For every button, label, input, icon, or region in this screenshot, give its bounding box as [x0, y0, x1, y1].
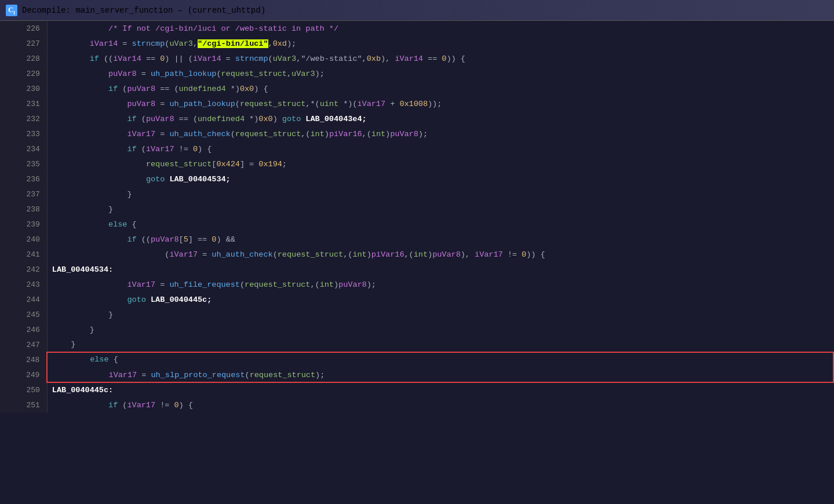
line-number: 240: [0, 232, 47, 247]
line-number: 227: [0, 36, 47, 51]
code-line: (iVar17 = uh_auth_check(request_struct,(…: [47, 247, 833, 262]
line-number: 244: [0, 292, 47, 307]
table-row: 233 iVar17 = uh_auth_check(request_struc…: [0, 126, 833, 141]
line-number: 239: [0, 217, 47, 232]
code-line: }: [47, 337, 833, 352]
line-number: 236: [0, 171, 47, 187]
table-row: 227 iVar14 = strncmp(uVar3,"/cgi-bin/luc…: [0, 36, 833, 51]
line-number: 231: [0, 96, 47, 111]
title-bar-text: Decompile: main_server_function – (curre…: [22, 6, 265, 15]
line-number: 229: [0, 66, 47, 81]
table-row: 232 if (puVar8 == (undefined4 *)0x0) got…: [0, 111, 833, 126]
line-number: 238: [0, 202, 47, 217]
line-number: 248: [0, 352, 47, 367]
title-bar: Cf Decompile: main_server_function – (cu…: [0, 0, 834, 21]
table-row: 241 (iVar17 = uh_auth_check(request_stru…: [0, 247, 833, 262]
code-line: if ((iVar14 == 0) || (iVar14 = strncmp(u…: [47, 51, 833, 66]
table-row: 230 if (puVar8 == (undefined4 *)0x0) {: [0, 81, 833, 96]
line-number: 245: [0, 307, 47, 322]
line-number: 235: [0, 156, 47, 171]
code-table: 226 /* If not /cgi-bin/luci or /web-stat…: [0, 21, 834, 412]
code-line: if (iVar17 != 0) {: [47, 397, 833, 412]
code-line: /* If not /cgi-bin/luci or /web-static i…: [47, 21, 833, 36]
code-line: else {: [47, 217, 833, 232]
line-number: 234: [0, 141, 47, 156]
line-number: 249: [0, 367, 47, 382]
app-window: Cf Decompile: main_server_function – (cu…: [0, 0, 834, 504]
code-line: puVar8 = uh_path_lookup(request_struct,u…: [47, 66, 833, 81]
icon-label: Cf: [8, 5, 15, 16]
line-number: 242: [0, 262, 47, 277]
line-number: 250: [0, 382, 47, 397]
table-row: 244 goto LAB_0040445c;: [0, 292, 833, 307]
table-row: 228 if ((iVar14 == 0) || (iVar14 = strnc…: [0, 51, 833, 66]
line-number: 251: [0, 397, 47, 412]
line-number: 228: [0, 51, 47, 66]
table-row: 247 }: [0, 337, 833, 352]
table-row: 238 }: [0, 202, 833, 217]
line-number: 243: [0, 277, 47, 292]
code-line: iVar14 = strncmp(uVar3,"/cgi-bin/luci",0…: [47, 36, 833, 51]
table-row: 239 else {: [0, 217, 833, 232]
code-line: LAB_0040445c:: [47, 382, 833, 397]
line-number: 246: [0, 322, 47, 337]
code-area[interactable]: 226 /* If not /cgi-bin/luci or /web-stat…: [0, 21, 834, 504]
line-number: 247: [0, 337, 47, 352]
table-row: 242LAB_00404534:: [0, 262, 833, 277]
table-row: 229 puVar8 = uh_path_lookup(request_stru…: [0, 66, 833, 81]
line-number: 232: [0, 111, 47, 126]
code-line: request_struct[0x424] = 0x194;: [47, 156, 833, 171]
line-number: 241: [0, 247, 47, 262]
line-number: 237: [0, 187, 47, 202]
code-line: else {: [47, 352, 833, 367]
table-row: 234 if (iVar17 != 0) {: [0, 141, 833, 156]
code-line: }: [47, 202, 833, 217]
table-row: 249 iVar17 = uh_slp_proto_request(reques…: [0, 367, 833, 382]
table-row: 240 if ((puVar8[5] == 0) &&: [0, 232, 833, 247]
line-number: 226: [0, 21, 47, 36]
line-number: 233: [0, 126, 47, 141]
code-line: }: [47, 187, 833, 202]
code-line: iVar17 = uh_auth_check(request_struct,(i…: [47, 126, 833, 141]
code-line: if ((puVar8[5] == 0) &&: [47, 232, 833, 247]
app-icon: Cf: [6, 5, 17, 16]
table-row: 243 iVar17 = uh_file_request(request_str…: [0, 277, 833, 292]
code-line: if (puVar8 == (undefined4 *)0x0) goto LA…: [47, 111, 833, 126]
code-line: LAB_00404534:: [47, 262, 833, 277]
code-line: iVar17 = uh_slp_proto_request(request_st…: [47, 367, 833, 382]
code-line: if (puVar8 == (undefined4 *)0x0) {: [47, 81, 833, 96]
line-number: 230: [0, 81, 47, 96]
code-line: goto LAB_0040445c;: [47, 292, 833, 307]
code-line: iVar17 = uh_file_request(request_struct,…: [47, 277, 833, 292]
table-row: 236 goto LAB_00404534;: [0, 171, 833, 187]
table-row: 226 /* If not /cgi-bin/luci or /web-stat…: [0, 21, 833, 36]
code-line: puVar8 = uh_path_lookup(request_struct,*…: [47, 96, 833, 111]
table-row: 245 }: [0, 307, 833, 322]
table-row: 235 request_struct[0x424] = 0x194;: [0, 156, 833, 171]
table-row: 237 }: [0, 187, 833, 202]
code-line: if (iVar17 != 0) {: [47, 141, 833, 156]
table-row: 251 if (iVar17 != 0) {: [0, 397, 833, 412]
table-row: 250LAB_0040445c:: [0, 382, 833, 397]
code-line: }: [47, 307, 833, 322]
table-row: 246 }: [0, 322, 833, 337]
table-row: 231 puVar8 = uh_path_lookup(request_stru…: [0, 96, 833, 111]
table-row: 248 else {: [0, 352, 833, 367]
code-line: }: [47, 322, 833, 337]
code-line: goto LAB_00404534;: [47, 171, 833, 187]
